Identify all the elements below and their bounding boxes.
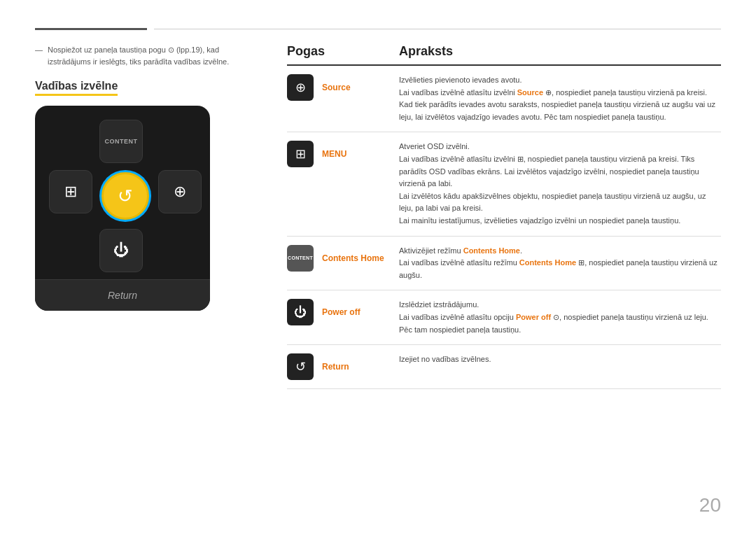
remote-center-btn[interactable]: ↺ — [99, 170, 151, 222]
col1-header: Pogas — [287, 44, 399, 59]
remote-buttons-grid: CONTENT ⊞ ↺ — [49, 120, 196, 272]
top-line-right — [154, 29, 721, 29]
row-right-return: Izejiet no vadības izvēlnes. — [399, 353, 721, 366]
return-label: Return — [321, 362, 349, 372]
section-title: Vadības izvēlne — [35, 80, 118, 96]
remote-source-btn[interactable]: ⊕ — [158, 170, 202, 222]
row-left-power: ⏻ Power off — [287, 299, 399, 325]
remote-power-btn[interactable]: ⏻ — [99, 229, 151, 272]
remote-menu-btn[interactable]: ⊞ — [49, 170, 92, 222]
table-row: ⏻ Power off Izslēdziet izstrādājumu. Lai… — [287, 290, 721, 345]
row-right-menu: Atveriet OSD izvēlni. Lai vadības izvēln… — [399, 141, 721, 227]
contents-home-label: Contents Home — [321, 253, 384, 263]
table-row: ⊕ Source Izvēlieties pievienoto ievades … — [287, 66, 721, 132]
contents-home-icon: CONTENT — [287, 245, 314, 272]
power-off-icon: ⏻ — [287, 299, 314, 325]
remote-bottom: Return — [35, 279, 210, 311]
menu-label: MENU — [321, 149, 346, 159]
top-line-left — [35, 28, 147, 30]
remote-device: CONTENT ⊞ ↺ — [35, 106, 210, 311]
source-icon: ⊕ — [287, 74, 314, 101]
intro-text: Nospiežot uz paneļa taustiņa pogu ⊙ (lpp… — [35, 44, 259, 67]
remote-content-btn[interactable]: CONTENT — [99, 120, 151, 163]
return-label: Return — [49, 290, 196, 301]
content-area: Nospiežot uz paneļa taustiņa pogu ⊙ (lpp… — [35, 44, 721, 389]
row-right-power: Izslēdziet izstrādājumu. Lai vadības izv… — [399, 299, 721, 336]
left-panel: Nospiežot uz paneļa taustiņa pogu ⊙ (lpp… — [35, 44, 259, 389]
page-container: Nospiežot uz paneļa taustiņa pogu ⊙ (lpp… — [0, 0, 756, 534]
row-left-source: ⊕ Source — [287, 74, 399, 101]
return-icon: ↺ — [287, 353, 314, 380]
page-number: 20 — [699, 494, 721, 517]
table-row: CONTENT Contents Home Aktivizējiet režīm… — [287, 237, 721, 291]
row-right-contents: Aktivizējiet režīmu Contents Home. Lai v… — [399, 245, 721, 282]
menu-icon: ⊞ — [287, 141, 314, 167]
col2-header: Apraksts — [399, 44, 721, 59]
row-left-return: ↺ Return — [287, 353, 399, 380]
table-row: ↺ Return Izejiet no vadības izvēlnes. — [287, 345, 721, 389]
power-off-label: Power off — [321, 307, 360, 317]
top-lines — [35, 28, 721, 30]
table-row: ⊞ MENU Atveriet OSD izvēlni. Lai vadības… — [287, 132, 721, 236]
right-panel: Pogas Apraksts ⊕ Source Izvēlieties piev… — [287, 44, 721, 389]
source-label: Source — [321, 83, 351, 92]
row-left-menu: ⊞ MENU — [287, 141, 399, 167]
row-left-contents: CONTENT Contents Home — [287, 245, 399, 272]
table-header: Pogas Apraksts — [287, 44, 721, 66]
row-right-source: Izvēlieties pievienoto ievades avotu. La… — [399, 74, 721, 123]
